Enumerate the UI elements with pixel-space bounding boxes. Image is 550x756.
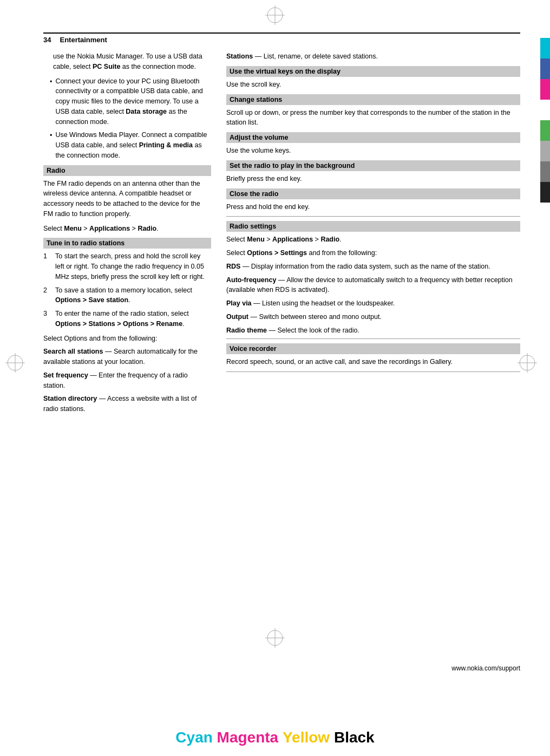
cmyk-space2 [278,729,283,746]
cmyk-space1 [213,729,217,746]
set-radio-heading: Set the radio to play in the background [226,160,520,171]
def-play-via-term: Play via [226,299,252,307]
def-search-all: Search all stations — Search automatical… [43,347,211,367]
def-stations-term: Stations [226,53,253,60]
section-divider-2 [226,338,520,339]
header-title: Entertainment [60,36,107,44]
page-header: 34 Entertainment [43,32,520,44]
section-divider [226,216,520,217]
def-auto-freq-term: Auto-frequency [226,276,276,284]
cmyk-black: Black [334,729,375,746]
def-set-frequency: Set frequency — Enter the frequency of a… [43,370,211,391]
virtual-keys-body: Use the scroll key. [226,80,520,90]
intro-text: use the Nokia Music Manager. To use a US… [53,51,211,72]
section-divider-3 [226,372,520,372]
tab-cyan [540,38,550,58]
def-play-via: Play via — Listen using the headset or t… [226,298,520,309]
tab-gap [540,100,550,120]
numbered-text-1: To start the search, press and hold the … [55,251,211,282]
bullet-text-1: Connect your device to your PC using Blu… [55,76,211,127]
tab-green [540,120,550,141]
radio-heading: Radio [43,165,211,176]
def-output-term: Output [226,313,248,321]
bullet-item-1: • Connect your device to your PC using B… [50,76,211,127]
def-auto-frequency: Auto-frequency — Allow the device to aut… [226,275,520,296]
select-options-line: Select Options and from the following: [43,334,211,344]
adjust-volume-body: Use the volume keys. [226,146,520,156]
select-menu-radio: Select Menu > Applications > Radio. [43,224,211,234]
numbered-item-2: 2 To save a station to a memory location… [43,285,211,306]
def-stations: Stations — List, rename, or delete saved… [226,51,520,62]
close-radio-body: Press and hold the end key. [226,202,520,212]
def-stations-body: — List, rename, or delete saved stations… [253,53,378,60]
numbered-list: 1 To start the search, press and hold th… [43,251,211,329]
num-1: 1 [43,251,51,282]
intro-pc-suite: PC Suite [93,63,120,70]
radio-settings-heading: Radio settings [226,221,520,232]
page-footer: www.nokia.com/support [451,664,520,672]
reg-mark-left [5,353,25,373]
bullet-dot-2: • [50,131,52,160]
def-output-body: — Switch between stereo and mono output. [248,313,382,321]
radio-settings-select: Select Menu > Applications > Radio. [226,234,520,245]
voice-recorder-heading: Voice recorder [226,343,520,354]
def-rds: RDS — Display information from the radio… [226,262,520,272]
def-radio-theme-term: Radio theme [226,327,267,334]
def-station-dir-term: Station directory [43,395,97,402]
reg-mark-right [518,353,537,373]
close-radio-heading: Close the radio [226,188,520,199]
cmyk-yellow: Yellow [283,729,330,746]
bullet-dot-1: • [50,77,52,127]
radio-settings-select2: Select Options > Settings and from the f… [226,248,520,258]
reg-mark-top [265,5,285,25]
def-rds-term: RDS [226,263,240,270]
virtual-keys-heading: Use the virtual keys on the display [226,66,520,77]
tab-gray2 [540,161,550,182]
tune-heading: Tune in to radio stations [43,238,211,249]
set-radio-body: Briefly press the end key. [226,174,520,184]
num-3: 3 [43,309,51,329]
adjust-volume-heading: Adjust the volume [226,132,520,143]
def-radio-theme: Radio theme — Select the look of the rad… [226,325,520,336]
tab-gray1 [540,141,550,161]
change-stations-heading: Change stations [226,94,520,105]
numbered-text-2: To save a station to a memory location, … [55,285,211,306]
cmyk-cyan: Cyan [175,729,212,746]
footer-url: www.nokia.com/support [451,664,520,672]
page-number: 34 [43,36,51,44]
page: 34 Entertainment use the Nokia Music Man… [0,0,550,756]
radio-body: The FM radio depends on an antenna other… [43,179,211,219]
tab-blue [540,58,550,79]
def-station-directory: Station directory — Access a website wit… [43,394,211,414]
left-column: use the Nokia Music Manager. To use a US… [43,51,211,418]
cmyk-space3 [330,729,334,746]
cmyk-strip: Cyan Magenta Yellow Black [0,691,550,756]
intro-text-after: as the connection mode. [120,63,196,70]
bullet-item-2: • Use Windows Media Player. Connect a co… [50,130,211,160]
def-output: Output — Switch between stereo and mono … [226,312,520,322]
def-play-via-body: — Listen using the headset or the loudsp… [252,299,395,307]
bullet-text-2: Use Windows Media Player. Connect a comp… [55,130,211,160]
def-rds-body: — Display information from the radio dat… [240,263,490,270]
right-column: Stations — List, rename, or delete saved… [226,51,520,418]
right-color-tabs [540,38,550,203]
tab-magenta [540,79,550,100]
def-search-all-term: Search all stations [43,348,103,355]
bullet-list: • Connect your device to your PC using B… [50,76,211,161]
content-area: 34 Entertainment use the Nokia Music Man… [43,32,520,659]
numbered-item-1: 1 To start the search, press and hold th… [43,251,211,282]
def-radio-theme-body: — Select the look of the radio. [267,327,359,334]
tab-black [540,182,550,203]
numbered-item-3: 3 To enter the name of the radio station… [43,309,211,329]
change-stations-body: Scroll up or down, or press the number k… [226,108,520,128]
cmyk-magenta: Magenta [217,729,279,746]
def-set-freq-term: Set frequency [43,372,88,379]
numbered-text-3: To enter the name of the radio station, … [55,309,211,329]
num-2: 2 [43,285,51,306]
two-column-layout: use the Nokia Music Manager. To use a US… [43,51,520,418]
voice-recorder-body: Record speech, sound, or an active call,… [226,357,520,367]
